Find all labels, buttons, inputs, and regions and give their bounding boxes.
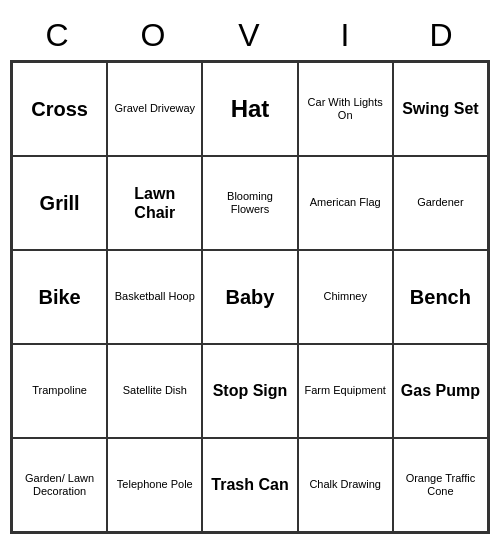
bingo-grid: CrossGravel DrivewayHatCar With Lights O…: [10, 60, 490, 534]
bingo-cell-7[interactable]: Blooming Flowers: [202, 156, 297, 250]
bingo-cell-3[interactable]: Car With Lights On: [298, 62, 393, 156]
bingo-cell-6[interactable]: Lawn Chair: [107, 156, 202, 250]
bingo-cell-19[interactable]: Gas Pump: [393, 344, 488, 438]
bingo-cell-1[interactable]: Gravel Driveway: [107, 62, 202, 156]
bingo-cell-8[interactable]: American Flag: [298, 156, 393, 250]
bingo-cell-5[interactable]: Grill: [12, 156, 107, 250]
bingo-header: C O V I D: [10, 10, 490, 60]
bingo-cell-12[interactable]: Baby: [202, 250, 297, 344]
bingo-cell-17[interactable]: Stop Sign: [202, 344, 297, 438]
header-d: D: [394, 10, 490, 60]
bingo-cell-16[interactable]: Satellite Dish: [107, 344, 202, 438]
bingo-cell-18[interactable]: Farm Equipment: [298, 344, 393, 438]
bingo-cell-2[interactable]: Hat: [202, 62, 297, 156]
bingo-card: C O V I D CrossGravel DrivewayHatCar Wit…: [10, 10, 490, 534]
bingo-cell-15[interactable]: Trampoline: [12, 344, 107, 438]
header-o: O: [106, 10, 202, 60]
bingo-cell-0[interactable]: Cross: [12, 62, 107, 156]
bingo-cell-4[interactable]: Swing Set: [393, 62, 488, 156]
bingo-cell-20[interactable]: Garden/ Lawn Decoration: [12, 438, 107, 532]
header-v: V: [202, 10, 298, 60]
bingo-cell-10[interactable]: Bike: [12, 250, 107, 344]
bingo-cell-22[interactable]: Trash Can: [202, 438, 297, 532]
bingo-cell-21[interactable]: Telephone Pole: [107, 438, 202, 532]
bingo-cell-13[interactable]: Chimney: [298, 250, 393, 344]
bingo-cell-14[interactable]: Bench: [393, 250, 488, 344]
bingo-cell-24[interactable]: Orange Traffic Cone: [393, 438, 488, 532]
header-c: C: [10, 10, 106, 60]
bingo-cell-23[interactable]: Chalk Drawing: [298, 438, 393, 532]
bingo-cell-11[interactable]: Basketball Hoop: [107, 250, 202, 344]
header-i: I: [298, 10, 394, 60]
bingo-cell-9[interactable]: Gardener: [393, 156, 488, 250]
